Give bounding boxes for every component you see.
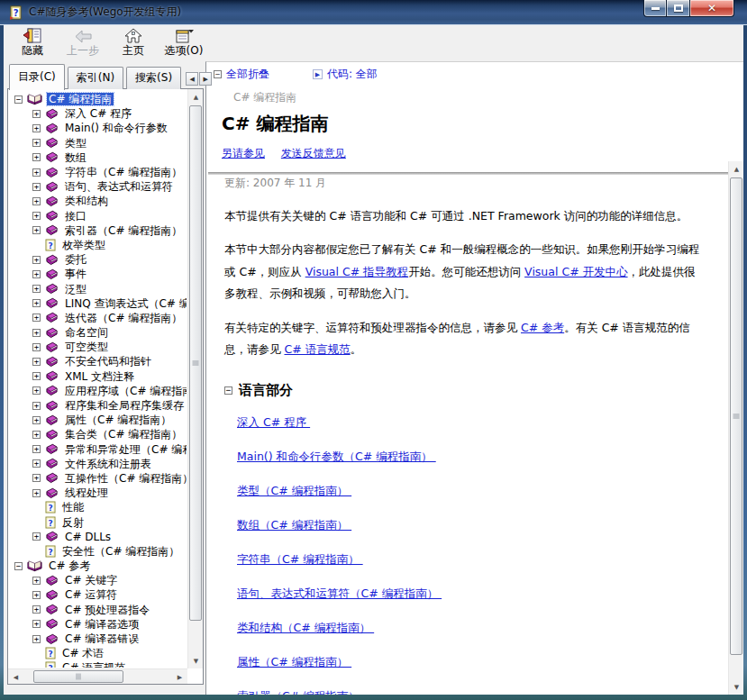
tree-item-label[interactable]: 属性（C# 编程指南） <box>63 414 173 426</box>
tree-item[interactable]: +C# 编译器选项 <box>11 617 187 632</box>
topic-link[interactable]: 类和结构（C# 编程指南） <box>237 621 374 636</box>
tree-item[interactable]: +类型 <box>11 136 187 150</box>
tree-item[interactable]: +异常和异常处理（C# 编程指南） <box>11 442 187 457</box>
tree-item-label[interactable]: C# DLLs <box>63 531 113 543</box>
topic-link[interactable]: 索引器（C# 编程指南） <box>237 689 363 695</box>
expand-plus-icon[interactable]: + <box>32 226 41 234</box>
expand-plus-icon[interactable]: + <box>32 386 41 395</box>
scroll-down-icon[interactable]: ▼ <box>188 653 204 668</box>
tree-item-label[interactable]: 语句、表达式和运算符 <box>63 180 175 193</box>
content-scroll-down-icon[interactable]: ▼ <box>729 679 743 695</box>
tree-item-label[interactable]: 应用程序域（C# 编程指南） <box>63 385 187 397</box>
tree-item[interactable]: +索引器（C# 编程指南） <box>11 223 187 238</box>
expand-plus-icon[interactable]: + <box>32 197 41 205</box>
tree-item-label[interactable]: 索引器（C# 编程指南） <box>63 224 184 237</box>
tree-item[interactable]: +集合类（C# 编程指南） <box>11 427 187 441</box>
tree-item-label[interactable]: 反射 <box>60 516 86 529</box>
expand-plus-icon[interactable]: + <box>32 212 41 220</box>
topic-link[interactable]: 类型（C# 编程指南） <box>237 484 351 499</box>
tree-item-label[interactable]: 委托 <box>63 253 88 266</box>
options-button[interactable]: 选项(O) <box>160 26 207 60</box>
expand-plus-icon[interactable]: + <box>32 299 41 307</box>
tree-item[interactable]: −C# 编程指南 <box>11 92 187 106</box>
expand-plus-icon[interactable]: + <box>32 343 41 351</box>
tree-vertical-scrollbar[interactable]: ▲ ▼ <box>187 89 203 668</box>
tree-item-label[interactable]: 可空类型 <box>63 341 110 353</box>
tree-item-label[interactable]: 文件系统和注册表 <box>63 458 153 470</box>
send-feedback-link[interactable]: 发送反馈意见 <box>281 147 346 159</box>
expand-plus-icon[interactable]: + <box>32 489 41 497</box>
see-also-link[interactable]: 另请参见 <box>222 147 265 159</box>
tree-item-label[interactable]: C# 编译器错误 <box>63 632 141 645</box>
tree-item-label[interactable]: C# 预处理器指令 <box>63 604 151 616</box>
expand-plus-icon[interactable]: + <box>32 445 41 453</box>
expand-plus-icon[interactable]: + <box>32 139 41 147</box>
expand-plus-icon[interactable]: + <box>32 459 41 468</box>
expand-plus-icon[interactable]: + <box>32 431 41 439</box>
topic-link[interactable]: 深入 C# 程序 <box>237 415 310 431</box>
tab-search[interactable]: 搜索(S) <box>126 67 181 89</box>
topic-link[interactable]: 语句、表达式和运算符（C# 编程指南） <box>237 586 442 602</box>
tree-item[interactable]: +C# 运算符 <box>11 587 187 602</box>
expand-plus-icon[interactable]: + <box>32 168 41 177</box>
inline-link[interactable]: C# 参考 <box>521 321 564 334</box>
tree-item-label[interactable]: 字符串（C# 编程指南） <box>63 166 184 178</box>
tree-item-label[interactable]: 迭代器（C# 编程指南） <box>63 312 184 324</box>
tree-item-label[interactable]: Main() 和命令行参数 <box>63 122 169 134</box>
tree-item[interactable]: ?反射 <box>11 514 187 529</box>
home-button[interactable]: 主页 <box>110 26 157 60</box>
tree-item[interactable]: +互操作性（C# 编程指南） <box>11 471 187 486</box>
tree-item[interactable]: ?性能 <box>11 500 187 514</box>
tree-item-label[interactable]: C# 术语 <box>60 647 105 659</box>
expand-plus-icon[interactable]: + <box>32 358 41 366</box>
expand-plus-icon[interactable]: + <box>32 416 41 424</box>
expand-plus-icon[interactable]: + <box>32 635 41 643</box>
tree-item[interactable]: ?C# 语言规范 <box>11 660 187 668</box>
expand-plus-icon[interactable]: + <box>32 183 41 191</box>
tree-item[interactable]: +线程处理 <box>11 486 187 500</box>
topic-link[interactable]: 属性（C# 编程指南） <box>237 655 351 670</box>
tab-index[interactable]: 索引(N) <box>68 67 123 89</box>
tree-item[interactable]: +字符串（C# 编程指南） <box>11 165 187 179</box>
tree-item-label[interactable]: 线程处理 <box>63 486 110 499</box>
tree-item-label[interactable]: 类和结构 <box>63 195 110 207</box>
tree-item[interactable]: +类和结构 <box>11 194 187 208</box>
tree-item[interactable]: +C# 编译器错误 <box>11 632 187 646</box>
tree-item[interactable]: ?枚举类型 <box>11 238 187 252</box>
content-vertical-scrollbar[interactable]: ▲ ▼ <box>728 161 743 695</box>
tree-item[interactable]: +不安全代码和指针 <box>11 354 187 368</box>
tree-item-label[interactable]: 互操作性（C# 编程指南） <box>63 472 187 485</box>
expand-plus-icon[interactable]: + <box>32 474 41 482</box>
expand-plus-icon[interactable]: + <box>32 605 41 614</box>
tree-item-label[interactable]: C# 语言规范 <box>60 661 127 668</box>
tree-item-label[interactable]: 数组 <box>63 151 88 164</box>
section-collapse-icon[interactable]: − <box>224 386 232 395</box>
hide-button[interactable]: 隐藏 <box>9 26 56 60</box>
collapse-minus-icon[interactable]: − <box>14 562 23 570</box>
tree-item-label[interactable]: C# 编译器选项 <box>63 618 141 631</box>
tree-item[interactable]: ?C# 术语 <box>11 646 187 660</box>
tree-item-label[interactable]: 集合类（C# 编程指南） <box>63 428 184 441</box>
collapse-minus-icon[interactable]: − <box>14 95 23 104</box>
tree-item[interactable]: +属性（C# 编程指南） <box>11 413 187 427</box>
tree-item[interactable]: +语句、表达式和运算符 <box>11 179 187 194</box>
tree-item-label[interactable]: 程序集和全局程序集缓存 <box>63 399 186 412</box>
expand-plus-icon[interactable]: + <box>32 256 41 264</box>
tree-item[interactable]: +接口 <box>11 209 187 223</box>
tree-item[interactable]: +C# DLLs <box>11 530 187 544</box>
tree-item-label[interactable]: 安全性（C# 编程指南） <box>60 545 181 558</box>
tree-item-label[interactable]: C# 关键字 <box>63 574 119 586</box>
tree-item[interactable]: +数组 <box>11 150 187 165</box>
tree-item-label[interactable]: 命名空间 <box>63 326 110 339</box>
tree-item-label[interactable]: 事件 <box>63 268 88 280</box>
tree-item[interactable]: +可空类型 <box>11 340 187 354</box>
close-button[interactable]: ✕ <box>690 0 734 17</box>
tree-item[interactable]: +Main() 和命令行参数 <box>11 121 187 135</box>
tree-item-label[interactable]: 不安全代码和指针 <box>63 355 153 368</box>
content-scroll-up-icon[interactable]: ▲ <box>729 161 743 177</box>
expand-plus-icon[interactable]: + <box>32 124 41 132</box>
tree-item[interactable]: +LINQ 查询表达式（C# 编程指南） <box>11 296 187 311</box>
tree-item[interactable]: +C# 预处理器指令 <box>11 603 187 617</box>
tree-item-label[interactable]: 性能 <box>60 501 86 514</box>
expand-plus-icon[interactable]: + <box>32 270 41 278</box>
